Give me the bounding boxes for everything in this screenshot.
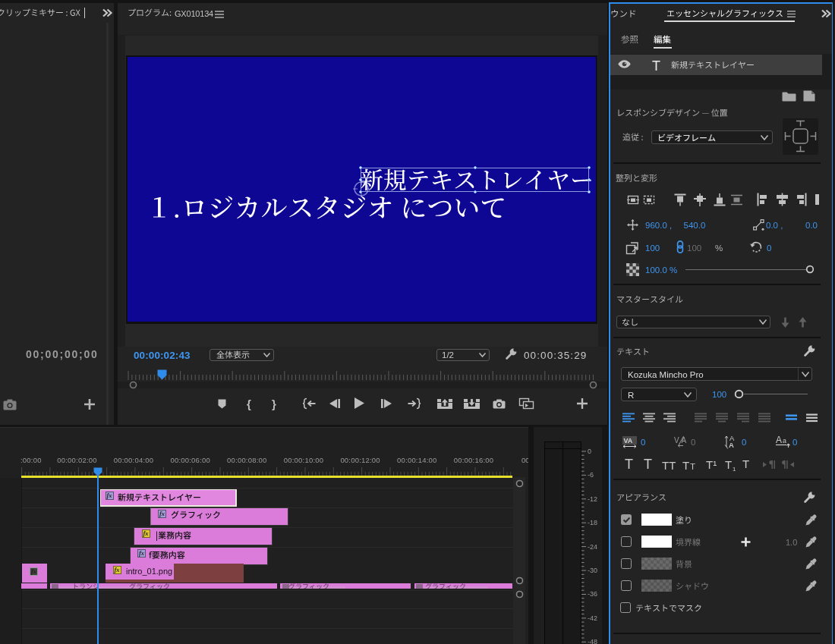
svg-text:A: A: [776, 435, 782, 445]
svg-text:A: A: [729, 441, 734, 449]
svg-text:V: V: [674, 436, 679, 445]
svg-text:VA: VA: [624, 437, 633, 445]
svg-text:a: a: [783, 437, 786, 445]
svg-text:A: A: [682, 436, 687, 445]
